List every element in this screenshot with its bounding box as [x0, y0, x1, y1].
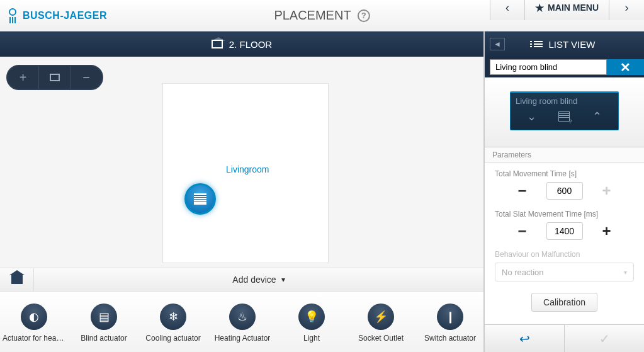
search-row: ✕ — [485, 57, 644, 77]
device-card-name: Living room blind — [516, 96, 613, 106]
actuator-heating-icon: ◐ — [21, 304, 47, 330]
header: BUSCH-JAEGER PLACEMENT ? ‹ ★ MAIN MENU › — [0, 0, 644, 31]
star-icon: ★ — [535, 2, 544, 14]
header-nav: ‹ ★ MAIN MENU › — [490, 0, 644, 20]
blind-actuator-icon: ▤ — [91, 304, 117, 330]
calibration-button[interactable]: Calibration — [531, 293, 597, 312]
help-icon[interactable]: ? — [358, 9, 370, 22]
cooling-actuator-icon: ❄ — [160, 304, 186, 330]
zoom-controls: + − — [6, 65, 103, 90]
home-button[interactable] — [0, 268, 34, 291]
switch-actuator-icon: ❙ — [437, 304, 463, 330]
device-card-area: Living room blind ⌄ ⌃ — [485, 77, 644, 147]
device-palette-item-switch-actuator[interactable]: ❙Switch actuator — [419, 304, 481, 343]
param-slat-movement: Total Slat Movement Time [ms] − + — [485, 203, 644, 244]
light-icon: 💡 — [298, 304, 325, 330]
param-label: Total Movement Time [s] — [495, 169, 634, 178]
panel-back-button[interactable]: ◄ — [490, 38, 505, 50]
check-icon: ✓ — [599, 331, 610, 346]
device-palette-item-socket-outlet[interactable]: ⚡Socket Outlet — [350, 304, 412, 343]
undo-icon: ↩ — [519, 331, 530, 346]
device-palette-label: Light — [303, 334, 320, 343]
logo-mark-icon — [8, 7, 18, 25]
zoom-in-button[interactable]: + — [8, 66, 39, 89]
increment-button[interactable]: + — [598, 182, 616, 200]
brand-text: BUSCH-JAEGER — [23, 10, 107, 21]
blind-icon — [194, 193, 206, 205]
panel-footer: ↩ ✓ — [485, 324, 644, 352]
main-menu-label: MAIN MENU — [548, 3, 599, 13]
calibration-row: Calibration — [485, 281, 644, 318]
fit-screen-button[interactable] — [39, 66, 71, 89]
device-palette-label: Blind actuator — [81, 334, 127, 343]
param-label: Total Slat Movement Time [ms] — [495, 210, 634, 219]
device-palette-item-cooling-actuator[interactable]: ❄Cooling actuator — [142, 304, 204, 343]
device-card[interactable]: Living room blind ⌄ ⌃ — [510, 91, 619, 130]
chevron-right-icon: › — [625, 1, 629, 14]
device-palette-item-actuator-heating[interactable]: ◐Actuator for heati… — [3, 304, 65, 343]
device-palette-label: Cooling actuator — [145, 334, 200, 343]
bottom-toolbar: Add device ▾ — [0, 268, 483, 292]
clear-search-button[interactable]: ✕ — [607, 59, 644, 75]
nav-back-button[interactable]: ‹ — [490, 0, 525, 20]
device-marker-blind[interactable] — [184, 183, 216, 215]
decrement-button[interactable]: − — [514, 222, 531, 240]
floor-icon — [212, 40, 223, 48]
floor-canvas[interactable]: Livingroom — [162, 83, 329, 263]
list-icon — [534, 41, 543, 47]
param-malfunction: Behaviour on Malfunction — [485, 244, 644, 259]
param-total-movement: Total Movement Time [s] − + — [485, 163, 644, 203]
floor-bar[interactable]: 2. FLOOR — [0, 31, 483, 57]
device-card-controls: ⌄ ⌃ — [516, 110, 613, 123]
param-value-input[interactable] — [546, 222, 583, 240]
main-area: 2. FLOOR + − Livingroom Add device ▾ ◐Ac… — [0, 31, 483, 352]
page-title: PLACEMENT ? — [274, 8, 370, 23]
decrement-button[interactable]: − — [514, 182, 531, 200]
undo-button[interactable]: ↩ — [485, 325, 565, 352]
increment-button[interactable]: + — [598, 222, 616, 240]
quantity-stepper: − + — [495, 182, 634, 200]
blind-down-button[interactable]: ⌄ — [527, 110, 536, 123]
nav-forward-button[interactable]: › — [609, 0, 644, 20]
select-value: No reaction — [502, 268, 543, 277]
parameters-header: Parameters — [485, 147, 644, 163]
close-icon: ✕ — [620, 60, 631, 75]
right-panel: ◄ LIST VIEW ✕ Living room blind ⌄ ⌃ Para… — [483, 31, 644, 352]
device-palette-label: Socket Outlet — [358, 334, 404, 343]
malfunction-select[interactable]: No reaction — [495, 263, 634, 281]
blind-up-button[interactable]: ⌃ — [592, 110, 602, 123]
device-palette-label: Actuator for heati… — [3, 334, 65, 343]
confirm-button[interactable]: ✓ — [565, 325, 644, 352]
page-title-text: PLACEMENT — [274, 8, 351, 23]
parameters-section: Parameters Total Movement Time [s] − + T… — [485, 147, 644, 324]
zoom-out-button[interactable]: − — [71, 66, 102, 89]
param-value-input[interactable] — [546, 182, 583, 200]
device-palette-label: Switch actuator — [424, 334, 476, 343]
device-palette: ◐Actuator for heati…▤Blind actuator❄Cool… — [0, 292, 483, 352]
home-icon — [11, 275, 23, 284]
floor-label: 2. FLOOR — [229, 39, 272, 50]
main-menu-button[interactable]: ★ MAIN MENU — [525, 0, 609, 20]
device-palette-label: Heating Actuator — [215, 334, 271, 343]
device-palette-item-blind-actuator[interactable]: ▤Blind actuator — [73, 304, 135, 343]
list-view-bar[interactable]: ◄ LIST VIEW — [485, 31, 644, 57]
room-label: Livingroom — [226, 164, 269, 174]
param-label: Behaviour on Malfunction — [495, 250, 634, 259]
chevron-left-icon: ‹ — [506, 1, 509, 14]
add-device-label: Add device — [232, 275, 276, 285]
device-palette-item-light[interactable]: 💡Light — [281, 304, 342, 343]
quantity-stepper: − + — [495, 222, 634, 240]
search-input[interactable] — [490, 59, 607, 75]
list-view-label: LIST VIEW — [549, 39, 596, 50]
fullscreen-icon — [50, 74, 60, 81]
add-device-dropdown[interactable]: Add device ▾ — [34, 275, 483, 285]
device-palette-item-heating-actuator[interactable]: ♨Heating Actuator — [212, 304, 273, 343]
chevron-down-icon: ▾ — [281, 275, 285, 284]
brand-logo: BUSCH-JAEGER — [0, 7, 107, 25]
blind-status-icon — [558, 111, 570, 122]
heating-actuator-icon: ♨ — [229, 304, 256, 330]
socket-outlet-icon: ⚡ — [368, 304, 394, 330]
